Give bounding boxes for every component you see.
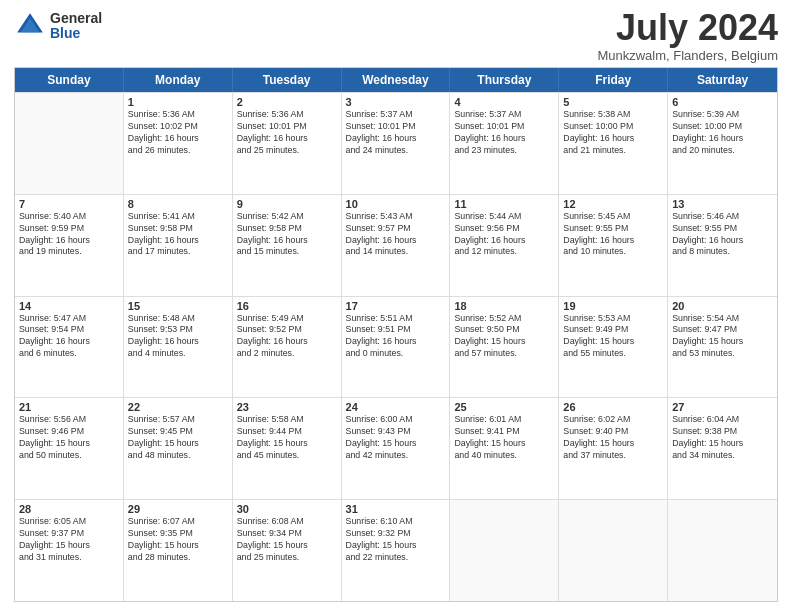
cal-cell: 27Sunrise: 6:04 AM Sunset: 9:38 PM Dayli… bbox=[668, 398, 777, 499]
page: General Blue July 2024 Munkzwalm, Flande… bbox=[0, 0, 792, 612]
day-number: 25 bbox=[454, 401, 554, 413]
cal-row-1: 7Sunrise: 5:40 AM Sunset: 9:59 PM Daylig… bbox=[15, 194, 777, 296]
cal-cell: 7Sunrise: 5:40 AM Sunset: 9:59 PM Daylig… bbox=[15, 195, 124, 296]
day-info: Sunrise: 6:07 AM Sunset: 9:35 PM Dayligh… bbox=[128, 516, 228, 564]
day-info: Sunrise: 5:45 AM Sunset: 9:55 PM Dayligh… bbox=[563, 211, 663, 259]
day-info: Sunrise: 5:46 AM Sunset: 9:55 PM Dayligh… bbox=[672, 211, 773, 259]
cal-cell: 16Sunrise: 5:49 AM Sunset: 9:52 PM Dayli… bbox=[233, 297, 342, 398]
day-number: 30 bbox=[237, 503, 337, 515]
cal-cell: 22Sunrise: 5:57 AM Sunset: 9:45 PM Dayli… bbox=[124, 398, 233, 499]
day-number: 26 bbox=[563, 401, 663, 413]
cal-cell: 13Sunrise: 5:46 AM Sunset: 9:55 PM Dayli… bbox=[668, 195, 777, 296]
day-number: 23 bbox=[237, 401, 337, 413]
cal-cell: 8Sunrise: 5:41 AM Sunset: 9:58 PM Daylig… bbox=[124, 195, 233, 296]
day-info: Sunrise: 5:58 AM Sunset: 9:44 PM Dayligh… bbox=[237, 414, 337, 462]
day-info: Sunrise: 5:37 AM Sunset: 10:01 PM Daylig… bbox=[346, 109, 446, 157]
day-info: Sunrise: 6:05 AM Sunset: 9:37 PM Dayligh… bbox=[19, 516, 119, 564]
logo-text: General Blue bbox=[50, 11, 102, 42]
cal-cell bbox=[450, 500, 559, 601]
cal-row-2: 14Sunrise: 5:47 AM Sunset: 9:54 PM Dayli… bbox=[15, 296, 777, 398]
day-info: Sunrise: 5:38 AM Sunset: 10:00 PM Daylig… bbox=[563, 109, 663, 157]
day-number: 31 bbox=[346, 503, 446, 515]
cal-cell: 29Sunrise: 6:07 AM Sunset: 9:35 PM Dayli… bbox=[124, 500, 233, 601]
location: Munkzwalm, Flanders, Belgium bbox=[597, 48, 778, 63]
day-number: 18 bbox=[454, 300, 554, 312]
cal-header-cell-thursday: Thursday bbox=[450, 68, 559, 92]
logo: General Blue bbox=[14, 10, 102, 42]
day-info: Sunrise: 5:47 AM Sunset: 9:54 PM Dayligh… bbox=[19, 313, 119, 361]
day-info: Sunrise: 5:44 AM Sunset: 9:56 PM Dayligh… bbox=[454, 211, 554, 259]
day-info: Sunrise: 5:40 AM Sunset: 9:59 PM Dayligh… bbox=[19, 211, 119, 259]
cal-row-3: 21Sunrise: 5:56 AM Sunset: 9:46 PM Dayli… bbox=[15, 397, 777, 499]
day-number: 10 bbox=[346, 198, 446, 210]
cal-cell: 26Sunrise: 6:02 AM Sunset: 9:40 PM Dayli… bbox=[559, 398, 668, 499]
day-number: 29 bbox=[128, 503, 228, 515]
cal-cell: 10Sunrise: 5:43 AM Sunset: 9:57 PM Dayli… bbox=[342, 195, 451, 296]
day-number: 16 bbox=[237, 300, 337, 312]
day-info: Sunrise: 5:53 AM Sunset: 9:49 PM Dayligh… bbox=[563, 313, 663, 361]
cal-cell: 4Sunrise: 5:37 AM Sunset: 10:01 PM Dayli… bbox=[450, 93, 559, 194]
day-info: Sunrise: 5:52 AM Sunset: 9:50 PM Dayligh… bbox=[454, 313, 554, 361]
cal-cell: 17Sunrise: 5:51 AM Sunset: 9:51 PM Dayli… bbox=[342, 297, 451, 398]
day-number: 1 bbox=[128, 96, 228, 108]
cal-cell bbox=[559, 500, 668, 601]
cal-cell: 31Sunrise: 6:10 AM Sunset: 9:32 PM Dayli… bbox=[342, 500, 451, 601]
cal-cell: 1Sunrise: 5:36 AM Sunset: 10:02 PM Dayli… bbox=[124, 93, 233, 194]
cal-cell: 2Sunrise: 5:36 AM Sunset: 10:01 PM Dayli… bbox=[233, 93, 342, 194]
day-info: Sunrise: 5:56 AM Sunset: 9:46 PM Dayligh… bbox=[19, 414, 119, 462]
day-number: 24 bbox=[346, 401, 446, 413]
calendar-body: 1Sunrise: 5:36 AM Sunset: 10:02 PM Dayli… bbox=[15, 92, 777, 601]
cal-cell: 11Sunrise: 5:44 AM Sunset: 9:56 PM Dayli… bbox=[450, 195, 559, 296]
day-info: Sunrise: 5:57 AM Sunset: 9:45 PM Dayligh… bbox=[128, 414, 228, 462]
logo-blue: Blue bbox=[50, 26, 102, 41]
day-info: Sunrise: 5:49 AM Sunset: 9:52 PM Dayligh… bbox=[237, 313, 337, 361]
day-info: Sunrise: 6:04 AM Sunset: 9:38 PM Dayligh… bbox=[672, 414, 773, 462]
day-number: 8 bbox=[128, 198, 228, 210]
day-number: 21 bbox=[19, 401, 119, 413]
cal-cell: 3Sunrise: 5:37 AM Sunset: 10:01 PM Dayli… bbox=[342, 93, 451, 194]
day-number: 13 bbox=[672, 198, 773, 210]
day-number: 28 bbox=[19, 503, 119, 515]
day-number: 6 bbox=[672, 96, 773, 108]
day-info: Sunrise: 6:00 AM Sunset: 9:43 PM Dayligh… bbox=[346, 414, 446, 462]
cal-cell: 15Sunrise: 5:48 AM Sunset: 9:53 PM Dayli… bbox=[124, 297, 233, 398]
cal-cell: 18Sunrise: 5:52 AM Sunset: 9:50 PM Dayli… bbox=[450, 297, 559, 398]
cal-row-0: 1Sunrise: 5:36 AM Sunset: 10:02 PM Dayli… bbox=[15, 92, 777, 194]
day-info: Sunrise: 5:42 AM Sunset: 9:58 PM Dayligh… bbox=[237, 211, 337, 259]
cal-header-cell-friday: Friday bbox=[559, 68, 668, 92]
cal-header-cell-monday: Monday bbox=[124, 68, 233, 92]
day-number: 27 bbox=[672, 401, 773, 413]
day-info: Sunrise: 6:08 AM Sunset: 9:34 PM Dayligh… bbox=[237, 516, 337, 564]
day-number: 20 bbox=[672, 300, 773, 312]
cal-cell: 21Sunrise: 5:56 AM Sunset: 9:46 PM Dayli… bbox=[15, 398, 124, 499]
day-info: Sunrise: 6:02 AM Sunset: 9:40 PM Dayligh… bbox=[563, 414, 663, 462]
cal-header-cell-saturday: Saturday bbox=[668, 68, 777, 92]
cal-cell: 30Sunrise: 6:08 AM Sunset: 9:34 PM Dayli… bbox=[233, 500, 342, 601]
day-number: 11 bbox=[454, 198, 554, 210]
cal-cell: 12Sunrise: 5:45 AM Sunset: 9:55 PM Dayli… bbox=[559, 195, 668, 296]
cal-cell: 25Sunrise: 6:01 AM Sunset: 9:41 PM Dayli… bbox=[450, 398, 559, 499]
cal-cell bbox=[15, 93, 124, 194]
cal-cell: 19Sunrise: 5:53 AM Sunset: 9:49 PM Dayli… bbox=[559, 297, 668, 398]
day-number: 19 bbox=[563, 300, 663, 312]
day-info: Sunrise: 6:01 AM Sunset: 9:41 PM Dayligh… bbox=[454, 414, 554, 462]
day-info: Sunrise: 5:54 AM Sunset: 9:47 PM Dayligh… bbox=[672, 313, 773, 361]
cal-cell: 6Sunrise: 5:39 AM Sunset: 10:00 PM Dayli… bbox=[668, 93, 777, 194]
day-info: Sunrise: 5:41 AM Sunset: 9:58 PM Dayligh… bbox=[128, 211, 228, 259]
cal-cell: 9Sunrise: 5:42 AM Sunset: 9:58 PM Daylig… bbox=[233, 195, 342, 296]
day-info: Sunrise: 5:39 AM Sunset: 10:00 PM Daylig… bbox=[672, 109, 773, 157]
logo-icon bbox=[14, 10, 46, 42]
day-number: 14 bbox=[19, 300, 119, 312]
header-right: July 2024 Munkzwalm, Flanders, Belgium bbox=[597, 10, 778, 63]
cal-cell: 20Sunrise: 5:54 AM Sunset: 9:47 PM Dayli… bbox=[668, 297, 777, 398]
day-info: Sunrise: 5:36 AM Sunset: 10:01 PM Daylig… bbox=[237, 109, 337, 157]
cal-cell: 14Sunrise: 5:47 AM Sunset: 9:54 PM Dayli… bbox=[15, 297, 124, 398]
cal-header-cell-tuesday: Tuesday bbox=[233, 68, 342, 92]
day-number: 22 bbox=[128, 401, 228, 413]
day-number: 12 bbox=[563, 198, 663, 210]
day-number: 7 bbox=[19, 198, 119, 210]
day-number: 4 bbox=[454, 96, 554, 108]
day-info: Sunrise: 5:43 AM Sunset: 9:57 PM Dayligh… bbox=[346, 211, 446, 259]
cal-cell: 28Sunrise: 6:05 AM Sunset: 9:37 PM Dayli… bbox=[15, 500, 124, 601]
day-info: Sunrise: 5:48 AM Sunset: 9:53 PM Dayligh… bbox=[128, 313, 228, 361]
